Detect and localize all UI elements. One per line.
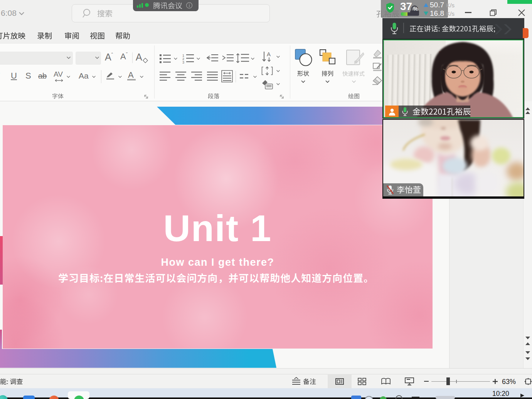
svg-text:A: A	[267, 51, 271, 57]
svg-text:3: 3	[182, 60, 184, 64]
